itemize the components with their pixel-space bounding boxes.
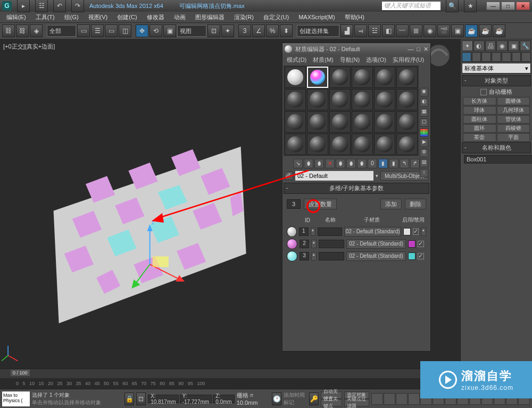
material-editor-titlebar[interactable]: 材质编辑器 - 02 - Default — □ ✕ [282,43,430,55]
unlink-icon[interactable]: ⛓ [16,25,29,37]
submat-color-swatch[interactable] [403,228,410,235]
submat-button[interactable]: 02 - Default (Standard) [346,251,406,261]
material-slot[interactable] [352,111,373,133]
render-frame-icon[interactable]: ▣ [451,25,464,37]
autogrid-checkbox[interactable] [480,89,487,95]
background-icon[interactable]: ▦ [420,108,428,117]
go-parent-icon[interactable]: ↰ [400,159,409,168]
help-search-input[interactable]: 键入关键字或短语 [382,2,440,10]
selection-filter-dropdown[interactable]: 全部 [47,25,76,37]
submat-button[interactable]: 02 - Default (Standard) [346,239,406,249]
search-icon[interactable]: 🔍 [446,0,459,12]
play-icon[interactable] [396,393,408,405]
menu-group[interactable]: 组(G) [60,12,83,22]
material-slot[interactable] [396,89,418,110]
object-name-input[interactable] [464,155,532,164]
curve-editor-icon[interactable]: 〰 [396,25,409,37]
tab-utilities[interactable]: 🔧 [520,40,531,51]
mat-id-icon[interactable]: 0 [368,159,377,168]
make-preview-icon[interactable]: ▶ [420,138,428,147]
submat-id[interactable]: 1 [299,227,308,236]
material-slot[interactable] [285,67,306,88]
get-material-icon[interactable]: ↘ [293,159,303,168]
submat-name-input[interactable] [318,227,342,236]
menu-animation[interactable]: 动画 [170,12,190,22]
material-slot[interactable] [352,134,373,155]
sample-type-icon[interactable]: ◉ [420,88,428,96]
material-slot[interactable] [396,67,418,88]
graphite-icon[interactable]: ◧ [382,25,395,37]
prim-geosphere[interactable]: 几何球体 [497,106,530,115]
material-slot[interactable] [307,111,328,133]
menu-rendering[interactable]: 渲染(R) [230,12,258,22]
material-slot[interactable] [329,111,351,133]
quick-render-icon[interactable]: ☕ [479,25,492,37]
spinner-icon[interactable]: ▴ [311,227,316,236]
maximize-button[interactable]: □ [501,2,515,10]
material-slot[interactable] [352,67,373,88]
prim-sphere[interactable]: 球体 [463,106,496,115]
refcoord-dropdown[interactable]: 视图 [177,25,206,37]
select-name-icon[interactable]: ☰ [91,25,104,37]
render-icon[interactable]: ☕ [465,25,478,37]
submat-id[interactable]: 2 [300,240,309,248]
material-slot[interactable] [285,111,306,133]
menu-customize[interactable]: 自定义(U) [259,12,293,22]
material-slot[interactable] [307,89,328,110]
prim-cone[interactable]: 圆锥体 [497,97,530,105]
put-to-scene-icon[interactable]: ⬮ [304,159,313,168]
prim-torus[interactable]: 圆环 [463,124,496,133]
submat-id[interactable]: 3 [300,252,309,260]
material-slot-selected[interactable] [307,67,328,88]
next-frame-icon[interactable] [408,393,420,405]
submat-color-swatch[interactable] [408,240,415,248]
pick-material-icon[interactable]: 🖉 [285,172,293,180]
mirror-icon[interactable]: ▟ [340,25,353,37]
options-icon[interactable]: ⚙ [420,149,428,157]
submat-enable-checkbox[interactable] [413,229,419,235]
move-icon[interactable]: ✥ [136,25,148,37]
material-slot[interactable] [285,134,306,155]
align-icon[interactable]: ⫤ [354,25,367,37]
sample-uv-icon[interactable]: ▢ [420,118,428,127]
tab-hierarchy[interactable]: 品 [485,40,496,51]
recent-icon[interactable]: ☳ [35,0,48,12]
rollout-object-type[interactable]: -对象类型 [462,75,531,86]
add-time-tag[interactable]: 添加时间标记 [284,391,307,406]
bind-icon[interactable]: ◈ [30,25,43,37]
delete-submat-button[interactable]: 删除 [405,199,426,209]
spinner-icon[interactable]: ▴ [421,227,426,236]
menu-help[interactable]: 帮助(H) [340,12,369,22]
material-slot[interactable] [307,134,328,155]
rollout-multisub-params[interactable]: -多维/子对象基本参数 [284,183,429,194]
material-slot[interactable] [374,134,395,155]
layers-icon[interactable]: ☳ [368,25,381,37]
prim-tube[interactable]: 管状体 [497,115,530,124]
spinner-icon[interactable]: ▴ [311,252,317,260]
percent-snap-icon[interactable]: % [266,25,279,37]
menu-grapheditors[interactable]: 图形编辑器 [191,12,229,22]
cat-cameras-icon[interactable] [492,52,501,62]
scale-icon[interactable]: ▣ [163,25,176,37]
prim-box[interactable]: 长方体 [463,97,496,105]
cat-lights-icon[interactable] [481,52,491,62]
minimize-button[interactable]: — [486,2,500,10]
material-slot[interactable] [396,111,418,133]
reset-map-icon[interactable]: ✕ [325,159,335,168]
snap-icon[interactable]: 3 [238,25,251,37]
mat-menu-navigate[interactable]: 导航(N) [338,56,362,64]
material-slot[interactable] [329,89,351,110]
submat-name-input[interactable] [319,240,344,248]
select-region-icon[interactable]: ▭ [105,25,118,37]
tab-display[interactable]: ▣ [508,40,519,51]
submat-color-swatch[interactable] [408,252,415,260]
prim-pyramid[interactable]: 四棱锥 [497,124,530,133]
cat-space-icon[interactable] [512,52,521,62]
schematic-icon[interactable]: ⊞ [410,25,422,37]
mat-close-button[interactable]: ✕ [423,46,428,53]
material-slot[interactable] [374,89,395,110]
submat-name-input[interactable] [319,252,344,260]
rotate-icon[interactable]: ⟲ [149,25,162,37]
isolate-icon[interactable]: ⊡ [136,393,146,405]
goto-start-icon[interactable] [371,393,383,405]
